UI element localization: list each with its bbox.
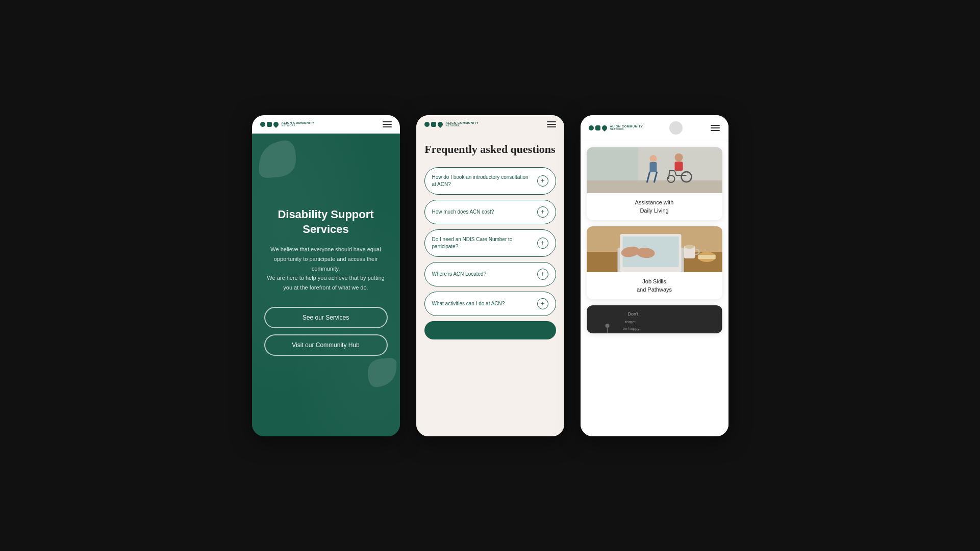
logo-dots-2 — [424, 122, 443, 127]
logo-dot-3 — [272, 120, 279, 127]
community-hub-button[interactable]: Visit our Community Hub — [264, 334, 388, 356]
svg-text:forget: forget — [625, 320, 636, 324]
logo-text: ALIGN COMMUNITY NETWORK — [282, 121, 315, 127]
faq-expand-3[interactable]: + — [537, 238, 548, 249]
service-card-label-daily: Assistance withDaily Living — [587, 193, 722, 220]
phone-screen-1: ALIGN COMMUNITY NETWORK Di — [252, 115, 400, 436]
phone2-body: Frequently asked questions How do I book… — [416, 134, 564, 436]
logo-dots — [260, 122, 279, 127]
phone2-cta-button[interactable] — [424, 321, 556, 339]
service-card-partial[interactable]: Don't forget be happy — [587, 305, 722, 333]
hamburger-line-p3-1 — [711, 125, 720, 126]
logo-dot-p3-3 — [600, 124, 608, 131]
svg-point-4 — [674, 153, 683, 162]
logo-text-2: ALIGN COMMUNITY NETWORK — [446, 121, 479, 127]
hamburger-line-p2-1 — [547, 121, 556, 122]
faq-question-1: How do I book an introductory consultati… — [432, 174, 537, 188]
svg-point-25 — [605, 324, 609, 328]
logo-dot-p2-1 — [424, 122, 430, 127]
screens-container: ALIGN COMMUNITY NETWORK Di — [232, 85, 749, 467]
hamburger-line-3 — [383, 126, 392, 127]
phone3-body: Assistance withDaily Living — [581, 141, 728, 436]
faq-title: Frequently asked questions — [424, 142, 556, 158]
faq-expand-4[interactable]: + — [537, 269, 548, 280]
hamburger-line-p2-2 — [547, 124, 556, 125]
faq-item-2[interactable]: How much does ACN cost? + — [424, 200, 556, 224]
laptop-illustration — [587, 226, 722, 272]
leaf-deco-1 — [255, 136, 300, 182]
phone1-header: ALIGN COMMUNITY NETWORK — [252, 115, 400, 134]
logo-dot-p3-2 — [595, 125, 600, 130]
phone-screen-2: ALIGN COMMUNITY NETWORK Frequently asked… — [416, 115, 564, 436]
service-card-daily-living[interactable]: Assistance withDaily Living — [587, 147, 722, 220]
faq-question-3: Do I need an NDIS Care Number to partici… — [432, 236, 537, 250]
phone-screen-3: ALIGN COMMUNITY NETWORK — [581, 115, 728, 436]
logo-name-bot: NETWORK — [282, 124, 315, 127]
svg-point-8 — [649, 155, 657, 162]
svg-text:Don't: Don't — [627, 311, 638, 317]
phone1-hero: Disability Support Services We believe t… — [252, 134, 400, 436]
faq-item-3[interactable]: Do I need an NDIS Care Number to partici… — [424, 229, 556, 257]
service-card-text-job: Job Skillsand Pathways — [637, 278, 672, 293]
hero-description: We believe that everyone should have equ… — [264, 245, 388, 292]
faq-question-2: How much does ACN cost? — [432, 208, 537, 216]
svg-text:be happy: be happy — [622, 326, 639, 331]
logo-phone3: ALIGN COMMUNITY NETWORK — [589, 125, 643, 130]
faq-expand-5[interactable]: + — [537, 298, 548, 309]
phone3-header: ALIGN COMMUNITY NETWORK — [581, 115, 728, 141]
logo-dot-p2-3 — [436, 120, 443, 127]
service-card-text-daily: Assistance withDaily Living — [635, 199, 674, 214]
see-services-button[interactable]: See our Services — [264, 307, 388, 328]
logo-dot-2 — [267, 122, 272, 127]
faq-item-5[interactable]: What activities can I do at ACN? + — [424, 292, 556, 316]
svg-rect-20 — [698, 255, 715, 259]
faq-expand-1[interactable]: + — [537, 175, 548, 187]
svg-rect-5 — [674, 162, 683, 171]
faq-item-1[interactable]: How do I book an introductory consultati… — [424, 167, 556, 195]
leaf-deco-2 — [364, 355, 400, 390]
logo-dot-p2-2 — [431, 122, 436, 127]
service-card-label-job: Job Skillsand Pathways — [587, 272, 722, 299]
chalkboard-illustration: Don't forget be happy — [587, 305, 722, 333]
logo-phone1: ALIGN COMMUNITY NETWORK — [260, 121, 315, 127]
faq-question-5: What activities can I do at ACN? — [432, 300, 537, 307]
logo-phone2: ALIGN COMMUNITY NETWORK — [424, 121, 479, 127]
service-card-img-job — [587, 226, 722, 272]
hamburger-icon-2[interactable] — [547, 121, 556, 127]
hamburger-line-2 — [383, 124, 392, 125]
hamburger-line-p3-2 — [711, 127, 720, 128]
hamburger-line-p2-3 — [547, 126, 556, 127]
svg-rect-9 — [649, 162, 657, 172]
user-avatar — [669, 121, 683, 135]
faq-expand-2[interactable]: + — [537, 206, 548, 218]
logo-dots-3 — [589, 125, 607, 130]
phone2-header: ALIGN COMMUNITY NETWORK — [416, 115, 564, 134]
logo-dot-p3-1 — [589, 125, 594, 130]
hamburger-icon-3[interactable] — [711, 125, 720, 131]
hamburger-line-1 — [383, 121, 392, 122]
logo-name-bot-2: NETWORK — [446, 124, 479, 127]
service-card-job-skills[interactable]: Job Skillsand Pathways — [587, 226, 722, 299]
hero-title: Disability Support Services — [264, 207, 388, 237]
hamburger-line-p3-3 — [711, 130, 720, 131]
wheelchair-illustration — [587, 147, 722, 193]
svg-point-13 — [685, 245, 694, 249]
logo-dot-1 — [260, 122, 265, 127]
faq-question-4: Where is ACN Located? — [432, 271, 537, 278]
faq-item-4[interactable]: Where is ACN Located? + — [424, 262, 556, 286]
logo-text-3: ALIGN COMMUNITY NETWORK — [610, 125, 643, 130]
hamburger-icon[interactable] — [383, 121, 392, 127]
service-card-img-daily — [587, 147, 722, 193]
logo-name-bot-3: NETWORK — [610, 128, 643, 130]
